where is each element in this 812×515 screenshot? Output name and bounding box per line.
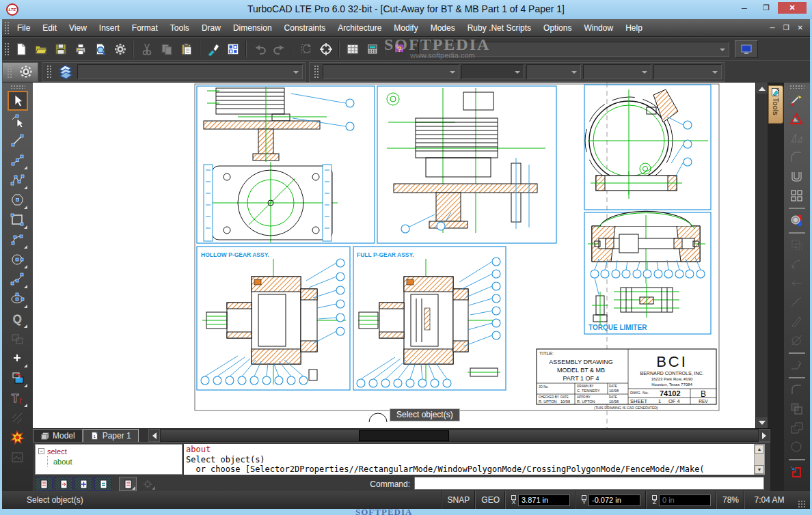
output-scroll-down[interactable]: ▼ bbox=[755, 465, 764, 474]
render-tool-button[interactable] bbox=[787, 211, 807, 230]
canvas-horizontal-scrollbar[interactable] bbox=[160, 429, 759, 442]
menu-ruby-net-scripts[interactable]: Ruby .Net Scripts bbox=[461, 23, 537, 33]
tab-paper-1[interactable]: 1Paper 1 bbox=[83, 429, 139, 442]
palette-grip[interactable] bbox=[789, 85, 804, 89]
help-book-button[interactable]: ? bbox=[389, 40, 409, 59]
scroll-up-button[interactable] bbox=[756, 83, 768, 94]
selector-mode-button[interactable] bbox=[223, 40, 243, 59]
tree-collapse-icon[interactable]: − bbox=[38, 448, 44, 454]
y-coordinate-field[interactable]: -0.072 in bbox=[588, 495, 640, 506]
tab-model[interactable]: Model bbox=[33, 429, 83, 442]
point-tool-button[interactable] bbox=[8, 348, 28, 368]
command-output-scrollbar[interactable]: ▲ ▼ bbox=[754, 444, 765, 475]
circle-tool-button[interactable] bbox=[8, 249, 28, 269]
log-center-button[interactable] bbox=[75, 477, 92, 491]
quick-curve-tool-button[interactable]: Q bbox=[8, 309, 28, 329]
pen-width-combo[interactable] bbox=[461, 64, 524, 79]
output-scroll-up[interactable]: ▲ bbox=[755, 445, 764, 454]
pen-style-combo[interactable] bbox=[323, 64, 459, 79]
mdi-close-button[interactable]: ✕ bbox=[798, 24, 803, 31]
menu-dimension[interactable]: Dimension bbox=[227, 23, 278, 33]
menu-architecture[interactable]: Architecture bbox=[331, 23, 388, 33]
array-tool-button[interactable] bbox=[787, 186, 807, 206]
table-button[interactable] bbox=[342, 40, 362, 59]
canvas-vertical-scrollbar[interactable] bbox=[755, 83, 768, 428]
minimize-button[interactable]: ─ bbox=[734, 2, 755, 14]
menu-options[interactable]: Options bbox=[537, 23, 578, 33]
menubar-grip[interactable] bbox=[4, 21, 9, 35]
scroll-right-button[interactable] bbox=[759, 429, 770, 442]
options-gear-button[interactable] bbox=[16, 62, 36, 81]
log-jump-button[interactable] bbox=[55, 477, 72, 491]
panel-grip[interactable] bbox=[46, 65, 51, 79]
layer-combo[interactable] bbox=[77, 64, 303, 79]
toolbar-grip[interactable] bbox=[4, 42, 9, 56]
menu-edit[interactable]: Edit bbox=[36, 23, 63, 33]
command-output[interactable]: about Select object(s) or choose [Select… bbox=[184, 444, 754, 475]
tree-root-item[interactable]: select bbox=[47, 447, 67, 456]
scroll-left-button[interactable] bbox=[148, 429, 160, 442]
snap-target-button[interactable] bbox=[316, 40, 336, 59]
spline-tool-button[interactable] bbox=[8, 269, 28, 289]
calculator-button[interactable] bbox=[362, 40, 382, 59]
menu-insert[interactable]: Insert bbox=[93, 23, 126, 33]
ellipse-tool-button[interactable] bbox=[8, 289, 28, 309]
log-lines-button[interactable] bbox=[35, 477, 53, 491]
new-document-button[interactable] bbox=[11, 40, 31, 59]
horizontal-scroll-thumb[interactable] bbox=[359, 430, 449, 441]
panel-grip[interactable] bbox=[314, 65, 319, 79]
format-painter-button[interactable] bbox=[203, 40, 223, 59]
cad-drawing[interactable]: TORQUE LIMITER HOLLOW P-GEAR ASSY. bbox=[33, 83, 755, 428]
line-tool-button[interactable] bbox=[8, 130, 28, 150]
edit-node-tool-button[interactable] bbox=[8, 111, 28, 130]
polyline-tool-button[interactable] bbox=[8, 170, 28, 190]
menu-file[interactable]: File bbox=[11, 23, 36, 33]
tools-palette-tab[interactable]: Tools bbox=[768, 85, 783, 124]
settings-gear-button[interactable] bbox=[110, 40, 130, 59]
menu-window[interactable]: Window bbox=[578, 23, 619, 33]
scroll-down-button[interactable] bbox=[756, 417, 768, 428]
menu-constraints[interactable]: Constraints bbox=[278, 23, 332, 33]
menu-tools[interactable]: Tools bbox=[164, 23, 195, 33]
text-tool-button[interactable]: Tt bbox=[8, 388, 28, 408]
x-coordinate-field[interactable]: 3.871 in bbox=[518, 495, 570, 506]
panel-grip[interactable] bbox=[7, 65, 12, 79]
menu-help[interactable]: Help bbox=[619, 23, 649, 33]
menu-format[interactable]: Format bbox=[126, 23, 164, 33]
mdi-restore-button[interactable]: ❐ bbox=[783, 24, 789, 31]
profile-tool-button[interactable] bbox=[787, 462, 807, 482]
command-input[interactable] bbox=[414, 477, 764, 490]
menu-modify[interactable]: Modify bbox=[388, 23, 424, 33]
mdi-minimize-button[interactable]: ─ bbox=[770, 24, 775, 31]
rectangle-tool-button[interactable] bbox=[8, 210, 28, 229]
pen-pattern-combo[interactable] bbox=[526, 64, 581, 79]
screen-settings-button[interactable] bbox=[735, 40, 758, 58]
resize-grip[interactable] bbox=[798, 500, 807, 509]
command-history-tree[interactable]: − select about bbox=[35, 444, 182, 475]
toolbar-search-combo[interactable] bbox=[418, 42, 729, 57]
titlebar[interactable]: LTE TurboCAD LTE Pro 6.0 32-bit - [Cut-A… bbox=[0, 0, 812, 19]
log-options-button[interactable] bbox=[119, 477, 137, 491]
drawing-canvas[interactable]: TORQUE LIMITER HOLLOW P-GEAR ASSY. bbox=[33, 83, 755, 428]
palette-grip[interactable] bbox=[10, 85, 25, 89]
open-file-button[interactable] bbox=[31, 40, 51, 59]
brush-style-combo[interactable] bbox=[583, 64, 651, 79]
text-style-combo[interactable] bbox=[653, 64, 722, 79]
close-button[interactable]: ✕ bbox=[778, 2, 807, 14]
layers-button[interactable] bbox=[55, 62, 75, 81]
snap-toggle[interactable]: SNAP bbox=[442, 491, 476, 509]
select-tool-button[interactable] bbox=[8, 91, 28, 111]
offset-tool-button[interactable] bbox=[787, 167, 807, 186]
tree-child-item[interactable]: about bbox=[53, 458, 72, 466]
zoom-level[interactable]: 78% bbox=[716, 491, 744, 509]
trim-tool-button[interactable] bbox=[787, 91, 807, 110]
menu-view[interactable]: View bbox=[63, 23, 93, 33]
log-collapse-button[interactable] bbox=[94, 477, 112, 491]
explode-tool-button[interactable] bbox=[8, 428, 28, 447]
copy-transform-tool-button[interactable] bbox=[8, 368, 28, 388]
paste-button[interactable] bbox=[176, 40, 196, 59]
menu-draw[interactable]: Draw bbox=[195, 23, 227, 33]
delete-constraint-tool-button[interactable] bbox=[787, 110, 807, 129]
maximize-button[interactable]: ❐ bbox=[756, 2, 776, 14]
menu-modes[interactable]: Modes bbox=[424, 23, 461, 33]
